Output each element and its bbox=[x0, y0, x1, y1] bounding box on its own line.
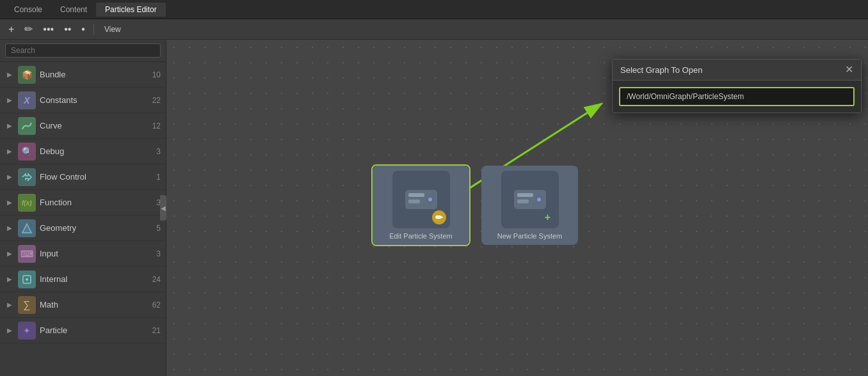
edit-button[interactable]: ✏ bbox=[21, 22, 36, 36]
toolbar-divider bbox=[93, 24, 94, 35]
svg-rect-12 bbox=[517, 200, 529, 203]
canvas-area[interactable]: ✏ Edit Particle System + New P bbox=[166, 40, 868, 376]
sidebar-item-constants[interactable]: ▶ X Constants 22 bbox=[0, 88, 166, 113]
toolbar: + ✏ ••• •• • View bbox=[0, 19, 868, 40]
sidebar-count: 5 bbox=[156, 224, 161, 233]
particle-icon: ✦ bbox=[18, 322, 36, 340]
search-box bbox=[0, 40, 166, 62]
chevron-icon: ▶ bbox=[5, 97, 14, 104]
view-menu-button[interactable]: View bbox=[99, 24, 126, 35]
sidebar-count: 24 bbox=[152, 275, 161, 284]
sidebar-item-flow-control[interactable]: ▶ Flow Control 1 bbox=[0, 164, 166, 190]
svg-rect-6 bbox=[408, 193, 424, 197]
graph-path-item[interactable]: /World/OmniGraph/ParticleSystem bbox=[619, 87, 855, 106]
svg-point-2 bbox=[26, 278, 28, 281]
new-particle-system-node[interactable]: + New Particle System bbox=[480, 164, 579, 246]
svg-point-14 bbox=[537, 198, 541, 201]
sidebar-count: 1 bbox=[156, 173, 161, 182]
sidebar-item-particle[interactable]: ▶ ✦ Particle 21 bbox=[0, 318, 166, 343]
sidebar-count: 22 bbox=[152, 96, 161, 105]
dialog-body: /World/OmniGraph/ParticleSystem bbox=[613, 81, 861, 113]
sidebar-count: 21 bbox=[152, 326, 161, 335]
sidebar-count: 12 bbox=[152, 121, 161, 130]
collapse-handle[interactable]: ◀ bbox=[160, 195, 166, 221]
sidebar-item-math[interactable]: ▶ ∑ Math 62 bbox=[0, 292, 166, 318]
sidebar-label: Math bbox=[40, 300, 149, 309]
flow-control-icon bbox=[18, 168, 36, 186]
sidebar-count: 3 bbox=[156, 147, 161, 156]
debug-icon: 🔍 bbox=[18, 143, 36, 161]
main-layout: ▶ 📦 Bundle 10 ▶ X Constants 22 ▶ Curve 1… bbox=[0, 40, 868, 376]
sidebar-item-bundle[interactable]: ▶ 📦 Bundle 10 bbox=[0, 62, 166, 88]
geometry-icon bbox=[18, 219, 36, 237]
edit-badge: ✏ bbox=[432, 210, 446, 224]
math-icon: ∑ bbox=[18, 296, 36, 314]
tab-particles-editor[interactable]: Particles Editor bbox=[96, 3, 166, 17]
sidebar-item-function[interactable]: ▶ f(x) Function 3 bbox=[0, 190, 166, 215]
sidebar-label: Debug bbox=[40, 146, 152, 156]
chevron-icon: ▶ bbox=[5, 250, 14, 257]
sidebar-list: ▶ 📦 Bundle 10 ▶ X Constants 22 ▶ Curve 1… bbox=[0, 62, 166, 376]
curve-icon bbox=[18, 117, 36, 135]
new-badge: + bbox=[541, 210, 555, 224]
sidebar-count: 10 bbox=[152, 70, 161, 79]
select-graph-dialog: Select Graph To Open ✕ /World/OmniGraph/… bbox=[612, 59, 862, 113]
sidebar-label: Particle bbox=[40, 325, 149, 335]
sidebar-item-input[interactable]: ▶ ⌨ Input 3 bbox=[0, 241, 166, 267]
constants-icon: X bbox=[18, 91, 36, 109]
svg-marker-0 bbox=[22, 224, 31, 233]
sidebar: ▶ 📦 Bundle 10 ▶ X Constants 22 ▶ Curve 1… bbox=[0, 40, 166, 376]
chevron-icon: ▶ bbox=[5, 199, 14, 206]
dialog-title: Select Graph To Open bbox=[620, 65, 702, 75]
svg-rect-11 bbox=[517, 193, 533, 197]
sidebar-label: Curve bbox=[40, 121, 149, 130]
chevron-icon: ▶ bbox=[5, 173, 14, 180]
input-icon: ⌨ bbox=[18, 245, 36, 263]
sidebar-label: Geometry bbox=[40, 223, 152, 233]
edit-node-icon-area: ✏ bbox=[392, 171, 450, 228]
tab-bar: Console Content Particles Editor bbox=[0, 0, 868, 19]
edit-particle-system-node[interactable]: ✏ Edit Particle System bbox=[371, 164, 470, 246]
sidebar-item-debug[interactable]: ▶ 🔍 Debug 3 bbox=[0, 139, 166, 164]
options3-button[interactable]: • bbox=[78, 22, 88, 36]
new-node-icon-area: + bbox=[501, 171, 559, 228]
options2-button[interactable]: •• bbox=[61, 22, 74, 36]
tab-console[interactable]: Console bbox=[5, 3, 51, 17]
sidebar-label: Input bbox=[40, 249, 152, 258]
tab-content[interactable]: Content bbox=[51, 3, 96, 17]
sidebar-label: Constants bbox=[40, 95, 149, 105]
chevron-icon: ▶ bbox=[5, 276, 14, 283]
new-node-label: New Particle System bbox=[497, 232, 562, 240]
sidebar-item-internal[interactable]: ▶ Internal 24 bbox=[0, 267, 166, 292]
more-options-button[interactable]: ••• bbox=[40, 22, 57, 36]
function-icon: f(x) bbox=[18, 194, 36, 212]
bundle-icon: 📦 bbox=[18, 66, 36, 84]
svg-point-9 bbox=[428, 198, 432, 201]
sidebar-label: Internal bbox=[40, 274, 149, 284]
sidebar-label: Bundle bbox=[40, 70, 149, 79]
svg-rect-7 bbox=[408, 200, 420, 203]
dialog-title-bar: Select Graph To Open ✕ bbox=[613, 59, 861, 81]
sidebar-label: Flow Control bbox=[40, 172, 152, 182]
chevron-icon: ▶ bbox=[5, 71, 14, 78]
search-input[interactable] bbox=[5, 43, 161, 58]
dialog-close-button[interactable]: ✕ bbox=[845, 65, 853, 75]
sidebar-item-curve[interactable]: ▶ Curve 12 bbox=[0, 113, 166, 139]
sidebar-count: 3 bbox=[156, 249, 161, 258]
chevron-icon: ▶ bbox=[5, 122, 14, 129]
chevron-icon: ▶ bbox=[5, 224, 14, 231]
chevron-icon: ▶ bbox=[5, 301, 14, 308]
internal-icon bbox=[18, 270, 36, 288]
sidebar-count: 62 bbox=[152, 301, 161, 309]
sidebar-item-geometry[interactable]: ▶ Geometry 5 bbox=[0, 215, 166, 241]
sidebar-label: Function bbox=[40, 198, 152, 207]
chevron-icon: ▶ bbox=[5, 327, 14, 334]
add-button[interactable]: + bbox=[5, 22, 17, 36]
chevron-icon: ▶ bbox=[5, 148, 14, 155]
edit-node-label: Edit Particle System bbox=[389, 232, 452, 240]
